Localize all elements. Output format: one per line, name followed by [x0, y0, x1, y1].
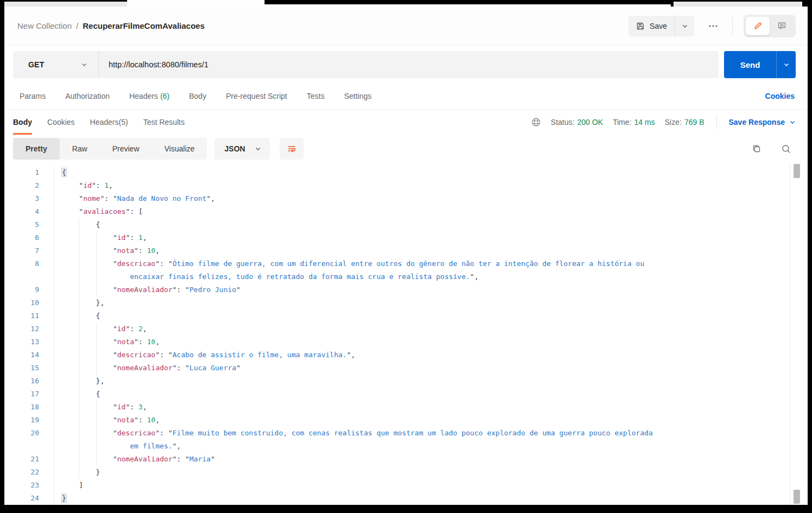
- fold-gutter[interactable]: [39, 283, 54, 296]
- request-url-row: GET http://localhost:8080/filmes/1 Send: [4, 46, 808, 83]
- request-tab-tests[interactable]: Tests: [307, 92, 325, 100]
- url-input[interactable]: http://localhost:8080/filmes/1: [99, 60, 719, 69]
- request-tab-params[interactable]: Params: [20, 92, 46, 100]
- code-line: 11{: [4, 309, 808, 322]
- send-button[interactable]: Send: [724, 51, 796, 78]
- fold-gutter[interactable]: [39, 349, 54, 362]
- postman-request-panel: New Collection / RecuperarFilmeComAvalia…: [4, 7, 808, 505]
- request-tab-settings[interactable]: Settings: [344, 92, 372, 100]
- fold-gutter[interactable]: [39, 192, 54, 205]
- fold-gutter[interactable]: [39, 375, 54, 388]
- indent-guide: [62, 218, 79, 231]
- request-tab-pre-request-script[interactable]: Pre-request Script: [226, 92, 287, 100]
- fold-gutter[interactable]: [39, 440, 54, 453]
- fold-gutter[interactable]: [39, 257, 54, 270]
- time-badge[interactable]: Time: 14 ms: [613, 118, 655, 126]
- code-line: 22}: [4, 466, 808, 479]
- indent-guide: [62, 375, 79, 388]
- wrap-text-icon: [287, 144, 297, 154]
- indent-guide: [62, 479, 79, 492]
- view-tab-raw[interactable]: Raw: [60, 138, 100, 160]
- edit-mode-button[interactable]: [746, 17, 770, 35]
- fold-gutter[interactable]: [39, 453, 54, 466]
- save-button[interactable]: Save: [628, 16, 675, 36]
- indent-guide: [96, 283, 113, 296]
- code-line: 16},: [4, 375, 808, 388]
- indent-guide: [62, 335, 79, 349]
- response-tab-cookies[interactable]: Cookies: [47, 110, 75, 135]
- line-number: 24: [4, 492, 39, 505]
- view-tab-pretty[interactable]: Pretty: [13, 138, 60, 160]
- fold-gutter[interactable]: [39, 179, 54, 192]
- save-options-button[interactable]: [675, 16, 694, 36]
- response-tab-test-results[interactable]: Test Results: [143, 110, 185, 135]
- indent-guide: [79, 375, 96, 388]
- line-number: 23: [4, 479, 39, 492]
- code-line: 15"nomeAvaliador": "Luca Guerra": [4, 362, 808, 375]
- response-body-actions: [752, 144, 791, 154]
- search-button[interactable]: [781, 144, 791, 154]
- fold-gutter[interactable]: [39, 492, 54, 505]
- fold-gutter[interactable]: [39, 218, 54, 231]
- comments-button[interactable]: [770, 17, 794, 35]
- indent-guide: [79, 427, 96, 440]
- wrap-text-button[interactable]: [280, 138, 304, 160]
- line-number: 16: [4, 375, 39, 388]
- meta-divider: [716, 115, 717, 129]
- request-tab-body[interactable]: Body: [189, 92, 206, 100]
- code-line: 8"descricao": "Ótimo filme de guerra, co…: [4, 257, 808, 270]
- fold-gutter[interactable]: [39, 466, 54, 479]
- fold-gutter[interactable]: [39, 401, 54, 414]
- indent-guide: [62, 414, 79, 427]
- fold-gutter[interactable]: [39, 427, 54, 440]
- scrollbar-thumb-bottom[interactable]: [794, 490, 800, 504]
- breadcrumb-request-name[interactable]: RecuperarFilmeComAvaliacoes: [83, 21, 205, 30]
- pencil-icon: [753, 21, 763, 30]
- fold-gutter[interactable]: [39, 231, 54, 244]
- fold-gutter[interactable]: [39, 270, 54, 283]
- view-tab-preview[interactable]: Preview: [100, 138, 152, 160]
- fold-gutter[interactable]: [39, 309, 54, 322]
- response-body-json: 1{2"id": 1,3"nome": "Nada de Novo no Fro…: [4, 163, 808, 505]
- fold-gutter[interactable]: [39, 205, 54, 218]
- fold-gutter[interactable]: [39, 335, 54, 349]
- fold-gutter[interactable]: [39, 244, 54, 257]
- size-badge[interactable]: Size: 769 B: [665, 118, 704, 126]
- header-actions: Save: [628, 15, 796, 37]
- indent-guide: [96, 349, 113, 362]
- indent-guide: [62, 427, 79, 440]
- indent-guide: [96, 335, 113, 349]
- indent-guide: [62, 440, 79, 453]
- fold-gutter[interactable]: [39, 479, 54, 492]
- fold-gutter[interactable]: [39, 414, 54, 427]
- indent-guide: [79, 283, 96, 296]
- request-tab-headers[interactable]: Headers(6): [129, 92, 169, 100]
- view-tab-visualize[interactable]: Visualize: [152, 138, 207, 160]
- indent-guide: [79, 440, 96, 453]
- scrollbar-thumb[interactable]: [794, 164, 800, 178]
- status-badge[interactable]: Status: 200 OK: [551, 118, 603, 126]
- fold-gutter[interactable]: [39, 166, 54, 179]
- fold-gutter[interactable]: [39, 362, 54, 375]
- send-options-chevron[interactable]: [776, 51, 796, 78]
- save-response-button[interactable]: Save Response: [729, 118, 796, 126]
- indent-guide: [79, 231, 96, 244]
- indent-guide: [62, 401, 79, 414]
- fold-gutter[interactable]: [39, 388, 54, 401]
- method-selector[interactable]: GET: [13, 51, 99, 78]
- indent-guide: [62, 349, 79, 362]
- line-number: 21: [4, 453, 39, 466]
- response-tab-headers[interactable]: Headers (5): [90, 110, 128, 135]
- request-tab-authorization[interactable]: Authorization: [65, 92, 110, 100]
- cookies-link[interactable]: Cookies: [765, 92, 795, 100]
- more-actions-button[interactable]: [705, 18, 721, 34]
- response-tab-body[interactable]: Body: [13, 110, 32, 135]
- copy-button[interactable]: [752, 144, 761, 154]
- code-line: 10},: [4, 296, 808, 309]
- indent-guide: [79, 362, 96, 375]
- fold-gutter[interactable]: [39, 296, 54, 309]
- breadcrumb-collection[interactable]: New Collection: [17, 21, 72, 30]
- code-line: 1{: [4, 166, 808, 179]
- format-selector[interactable]: JSON: [215, 138, 270, 160]
- fold-gutter[interactable]: [39, 322, 54, 335]
